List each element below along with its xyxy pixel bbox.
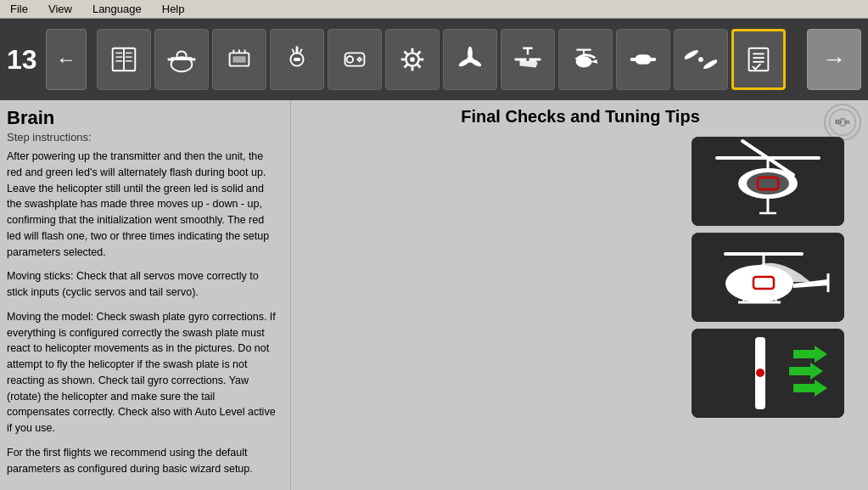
menu-bar: File View Language Help <box>0 0 868 19</box>
svg-line-37 <box>405 65 408 68</box>
svg-line-36 <box>417 52 421 55</box>
svg-point-52 <box>698 57 703 62</box>
svg-line-20 <box>300 49 302 54</box>
toolbar: 13 ← <box>0 19 868 100</box>
svg-point-40 <box>469 58 483 69</box>
svg-point-82 <box>756 369 764 377</box>
images-area <box>300 137 861 418</box>
svg-line-19 <box>292 49 294 54</box>
instruction-3: Moving the model: Check swash plate gyro… <box>7 309 280 436</box>
content-area: Brain Step instructions: After powering … <box>0 100 868 490</box>
instruction-4: For the first flights we recommend using… <box>7 445 280 477</box>
svg-rect-51 <box>650 58 657 61</box>
manual-icon[interactable] <box>97 29 151 90</box>
svg-rect-49 <box>636 54 652 64</box>
right-panel: Final Checks and Tuning Tips Br in <box>293 100 868 490</box>
svg-point-39 <box>468 47 473 59</box>
svg-point-27 <box>360 59 362 61</box>
toolbar-icons <box>97 29 786 90</box>
svg-line-35 <box>417 65 421 68</box>
step-number: 13 <box>7 44 37 76</box>
pot-icon[interactable] <box>154 29 209 90</box>
svg-point-29 <box>410 57 415 62</box>
instruction-1: After powering up the transmitter and th… <box>7 149 280 260</box>
svg-rect-80 <box>692 329 844 418</box>
heli-image-2 <box>692 233 844 322</box>
menu-language[interactable]: Language <box>82 1 152 17</box>
svg-rect-21 <box>294 58 300 61</box>
brain-logo: Br in <box>824 104 861 141</box>
svg-point-26 <box>356 59 359 61</box>
instruction-5: If on the first lift-off the helicopter … <box>7 485 280 487</box>
remote-icon[interactable] <box>328 29 382 90</box>
rotor-icon[interactable] <box>443 29 497 90</box>
menu-file[interactable]: File <box>0 1 38 17</box>
svg-point-53 <box>685 48 699 60</box>
svg-rect-9 <box>171 57 193 60</box>
svg-line-34 <box>405 52 408 55</box>
svg-point-54 <box>703 58 717 70</box>
plug-icon[interactable] <box>270 29 324 90</box>
section-title: Final Checks and Tuning Tips <box>300 107 861 127</box>
heli-topview-icon[interactable] <box>501 29 555 90</box>
receiver-icon[interactable] <box>212 29 266 90</box>
heli-image-1 <box>692 137 844 226</box>
nav-back-button[interactable]: ← <box>46 29 87 90</box>
blade-icon[interactable] <box>674 29 728 90</box>
svg-rect-50 <box>630 58 637 61</box>
body-icon[interactable] <box>616 29 670 90</box>
instructions-scroll[interactable]: After powering up the transmitter and th… <box>7 149 285 487</box>
left-panel: Brain Step instructions: After powering … <box>0 100 288 490</box>
nav-forward-button[interactable]: → <box>807 29 861 90</box>
menu-help[interactable]: Help <box>152 1 195 17</box>
gear-icon[interactable] <box>385 29 440 90</box>
heli-image-3 <box>692 329 844 418</box>
svg-rect-16 <box>232 56 245 63</box>
menu-view[interactable]: View <box>38 1 82 17</box>
step-instructions-label: Step instructions: <box>7 131 285 144</box>
panel-divider <box>290 100 291 490</box>
svg-point-23 <box>347 56 354 63</box>
checklist-icon[interactable] <box>731 29 786 90</box>
svg-rect-55 <box>749 48 769 71</box>
svg-point-41 <box>457 58 471 69</box>
svg-point-43 <box>526 58 529 61</box>
page-title: Brain <box>7 107 285 129</box>
svg-point-64 <box>747 172 789 194</box>
instruction-2: Moving sticks: Check that all servos mov… <box>7 268 280 301</box>
heli-sideview-icon[interactable] <box>558 29 613 90</box>
